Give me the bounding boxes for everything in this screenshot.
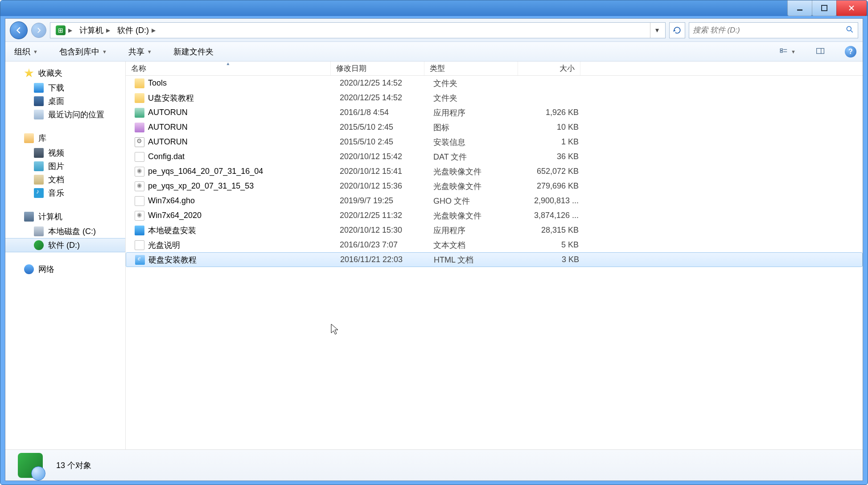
- file-name: 本地硬盘安装: [148, 225, 196, 236]
- sidebar-item-recent[interactable]: 最近访问的位置: [5, 108, 125, 121]
- svg-rect-3: [780, 49, 782, 50]
- file-date: 2020/12/25 11:32: [334, 211, 428, 220]
- file-row[interactable]: pe_yqs_xp_20_07_31_15_532020/10/12 15:36…: [126, 179, 863, 193]
- breadcrumb-dropdown[interactable]: ▾: [650, 23, 663, 38]
- file-size: 3 KB: [522, 255, 584, 264]
- music-icon: [34, 188, 44, 198]
- file-name: U盘安装教程: [148, 93, 194, 103]
- file-size: 652,072 KB: [522, 167, 584, 176]
- file-row[interactable]: pe_yqs_1064_20_07_31_16_042020/10/12 15:…: [126, 164, 863, 179]
- search-box[interactable]: [689, 22, 858, 38]
- new-folder-button[interactable]: 新建文件夹: [171, 45, 216, 59]
- file-icon: [135, 167, 144, 177]
- file-date: 2015/5/10 2:45: [334, 137, 428, 147]
- file-row[interactable]: AUTORUN2015/5/10 2:45图标10 KB: [126, 120, 863, 135]
- file-row[interactable]: Config.dat2020/10/12 15:42DAT 文件36 KB: [126, 149, 863, 164]
- sidebar-item-downloads[interactable]: 下载: [5, 81, 125, 95]
- file-row[interactable]: U盘安装教程2020/12/25 14:52文件夹: [126, 90, 863, 105]
- file-row[interactable]: Win7x64_20202020/12/25 11:32光盘映像文件3,874,…: [126, 208, 863, 223]
- status-bar: 13 个对象: [5, 449, 863, 481]
- maximize-button[interactable]: [812, 0, 837, 16]
- breadcrumb-seg-0[interactable]: 计算机▶: [76, 23, 114, 37]
- file-type: 应用程序: [428, 107, 522, 118]
- file-icon: [135, 108, 144, 118]
- library-icon: [24, 133, 34, 143]
- file-name: Win7x64.gho: [148, 196, 195, 206]
- sidebar-item-videos[interactable]: 视频: [5, 146, 125, 160]
- breadcrumb-seg-1[interactable]: 软件 (D:)▶: [114, 23, 159, 37]
- file-date: 2016/1/8 4:54: [334, 108, 428, 117]
- file-type: 文件夹: [428, 78, 522, 89]
- svg-point-2: [847, 26, 851, 31]
- file-date: 2020/10/12 15:41: [334, 167, 428, 176]
- sidebar-item-documents[interactable]: 文档: [5, 173, 125, 186]
- sidebar-item-music[interactable]: 音乐: [5, 186, 125, 200]
- back-button[interactable]: [10, 21, 28, 39]
- file-size: 10 KB: [522, 123, 584, 132]
- drive-large-icon: [18, 453, 43, 478]
- file-row[interactable]: 光盘说明2016/10/23 7:07文本文档5 KB: [126, 238, 863, 252]
- file-name: 光盘说明: [148, 240, 180, 251]
- minimize-button[interactable]: [787, 0, 812, 16]
- column-type[interactable]: 类型: [424, 62, 518, 75]
- file-list[interactable]: Tools2020/12/25 14:52文件夹U盘安装教程2020/12/25…: [126, 76, 863, 449]
- file-row[interactable]: AUTORUN2016/1/8 4:54应用程序1,926 KB: [126, 105, 863, 120]
- address-bar-row: ⊞▶ 计算机▶ 软件 (D:)▶ ▾: [5, 19, 863, 42]
- recent-icon: [34, 110, 44, 119]
- file-icon: [135, 226, 144, 235]
- sidebar-item-drive-c[interactable]: 本地磁盘 (C:): [5, 225, 125, 238]
- sidebar-libraries-head[interactable]: 库: [5, 131, 125, 146]
- file-date: 2020/10/12 15:42: [334, 152, 428, 161]
- video-icon: [34, 148, 44, 158]
- file-row[interactable]: 本地硬盘安装2020/10/12 15:30应用程序28,315 KB: [126, 223, 863, 238]
- breadcrumb[interactable]: ⊞▶ 计算机▶ 软件 (D:)▶ ▾: [50, 22, 666, 38]
- sidebar-item-pictures[interactable]: 图片: [5, 160, 125, 173]
- file-icon: [135, 137, 144, 147]
- forward-button[interactable]: [31, 23, 46, 38]
- sidebar-item-drive-d[interactable]: 软件 (D:): [5, 238, 125, 252]
- search-icon: [845, 25, 854, 36]
- organize-menu[interactable]: 组织 ▼: [12, 45, 41, 59]
- include-in-library-menu[interactable]: 包含到库中 ▼: [57, 45, 110, 59]
- sidebar-computer-section: 计算机 本地磁盘 (C:) 软件 (D:): [5, 210, 125, 252]
- close-button[interactable]: [836, 0, 867, 16]
- file-type: 光盘映像文件: [428, 166, 522, 177]
- file-size: 5 KB: [522, 240, 584, 250]
- help-button[interactable]: ?: [845, 46, 856, 58]
- file-date: 2020/12/25 14:52: [334, 78, 428, 88]
- column-size[interactable]: 大小: [518, 62, 580, 75]
- sidebar-favorites-head[interactable]: 收藏夹: [5, 66, 125, 81]
- sidebar-network-head[interactable]: 网络: [5, 262, 125, 277]
- breadcrumb-root[interactable]: ⊞▶: [52, 24, 76, 37]
- sidebar-item-desktop[interactable]: 桌面: [5, 95, 125, 108]
- file-name: AUTORUN: [148, 123, 188, 132]
- file-row[interactable]: Win7x64.gho2019/9/7 19:25GHO 文件2,900,813…: [126, 193, 863, 208]
- file-row[interactable]: AUTORUN2015/5/10 2:45安装信息1 KB: [126, 135, 863, 149]
- sidebar-libraries-section: 库 视频 图片 文档 音乐: [5, 131, 125, 200]
- file-type: 应用程序: [428, 225, 522, 236]
- file-size: 2,900,813 ...: [522, 196, 584, 206]
- refresh-button[interactable]: [669, 22, 685, 38]
- file-size: 1,926 KB: [522, 108, 584, 117]
- file-size: 36 KB: [522, 152, 584, 161]
- search-input[interactable]: [693, 26, 845, 35]
- preview-pane-button[interactable]: [812, 45, 829, 58]
- file-icon: [135, 196, 144, 206]
- share-menu[interactable]: 共享 ▼: [126, 45, 155, 59]
- column-date[interactable]: 修改日期: [331, 62, 424, 75]
- file-icon: [135, 211, 144, 221]
- sidebar-computer-head[interactable]: 计算机: [5, 210, 125, 225]
- file-icon: [135, 152, 144, 162]
- column-name[interactable]: 名称: [126, 62, 331, 75]
- file-row[interactable]: 硬盘安装教程2016/11/21 22:03HTML 文档3 KB: [126, 252, 863, 267]
- computer-icon: [24, 212, 34, 222]
- file-icon: [135, 93, 144, 103]
- file-type: DAT 文件: [428, 152, 522, 162]
- file-size: 3,874,126 ...: [522, 211, 584, 220]
- sidebar-favorites-section: 收藏夹 下载 桌面 最近访问的位置: [5, 66, 125, 121]
- drive-icon: ⊞: [56, 25, 66, 35]
- view-options-button[interactable]: ▼: [779, 45, 796, 58]
- svg-rect-4: [780, 51, 782, 52]
- star-icon: [24, 68, 34, 78]
- file-row[interactable]: Tools2020/12/25 14:52文件夹: [126, 76, 863, 90]
